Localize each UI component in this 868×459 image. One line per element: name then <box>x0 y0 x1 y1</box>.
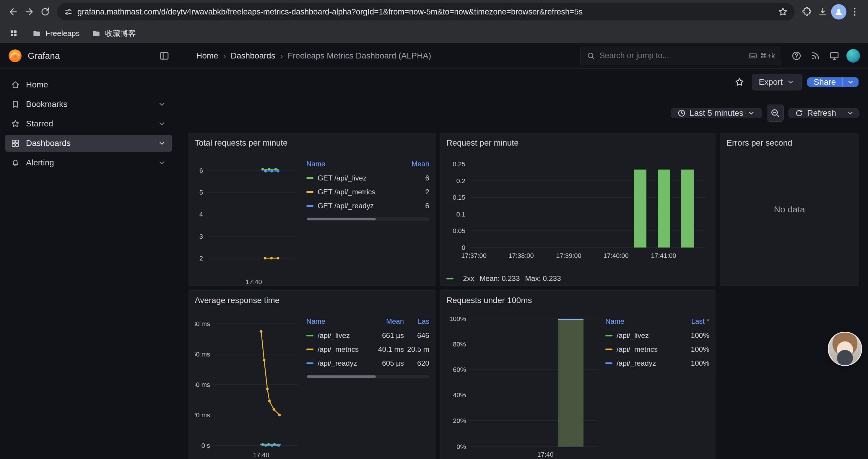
svg-text:60 ms: 60 ms <box>195 351 210 358</box>
breadcrumb-home[interactable]: Home <box>196 51 218 61</box>
legend-row[interactable]: /api/_readyz 605 µs 620 <box>306 356 429 370</box>
refresh-interval-button[interactable] <box>842 108 858 118</box>
favorite-dashboard-button[interactable] <box>733 75 747 89</box>
export-button[interactable]: Export <box>752 74 802 90</box>
total-requests-chart[interactable]: 6 5 4 3 2 17:40 <box>195 150 301 286</box>
legend-scrollbar[interactable] <box>306 375 429 379</box>
grafana-top-nav: Grafana Home › Dashboards › Freeleaps Me… <box>0 43 868 68</box>
sidebar-item-label: Home <box>26 80 48 90</box>
svg-text:17:40:00: 17:40:00 <box>603 252 629 259</box>
apps-button[interactable] <box>7 27 20 40</box>
scrollbar-thumb[interactable] <box>307 218 376 220</box>
svg-text:17:38:00: 17:38:00 <box>508 252 534 259</box>
dashboard-actions-row: Export Share <box>177 74 868 90</box>
sidebar-item-bookmarks[interactable]: Bookmarks <box>5 96 172 113</box>
series-color-green <box>306 335 313 336</box>
sidebar-item-alerting[interactable]: Alerting <box>5 154 172 171</box>
legend-row[interactable]: GET /api/_metrics 2 <box>306 185 429 199</box>
legend-row[interactable]: /api/_metrics 100% <box>606 342 709 356</box>
legend-row[interactable]: /api/_readyz 100% <box>606 356 709 370</box>
legend-col-name[interactable]: Name <box>306 160 403 168</box>
panel-title[interactable]: Request per minute <box>446 138 709 148</box>
news-button[interactable] <box>808 48 823 64</box>
bookmark-folder-freeleaps[interactable]: Freeleaps <box>32 29 80 38</box>
under-100ms-chart[interactable]: 100% 80% 60% 40% 20% 0% 17:40 <box>446 307 600 459</box>
request-per-minute-chart[interactable]: 0.25 0.2 0.15 0.1 0.05 0 17:37:00 17:38:… <box>446 152 710 270</box>
time-range-picker[interactable]: Last 5 minutes <box>671 108 762 118</box>
profile-button[interactable] <box>831 4 847 20</box>
series-name[interactable]: 2xx <box>463 274 474 283</box>
downloads-button[interactable] <box>815 4 831 20</box>
arrow-left-icon <box>8 6 19 17</box>
puzzle-icon <box>802 6 812 17</box>
legend-col-name[interactable]: Name <box>306 317 360 326</box>
share-button[interactable]: Share <box>807 77 842 87</box>
refresh-button[interactable]: Refresh <box>789 108 842 118</box>
site-settings-icon[interactable] <box>64 7 73 16</box>
chevron-down-icon[interactable] <box>157 138 167 148</box>
svg-text:0 s: 0 s <box>202 442 210 449</box>
panel-title[interactable]: Requests under 100ms <box>446 295 709 305</box>
back-button[interactable] <box>5 4 21 20</box>
svg-text:0.2: 0.2 <box>456 177 465 185</box>
browser-menu-button[interactable] <box>847 4 863 20</box>
share-menu-button[interactable] <box>842 77 859 87</box>
chevron-down-icon[interactable] <box>157 119 167 129</box>
svg-text:5: 5 <box>199 189 203 196</box>
chevron-down-icon[interactable] <box>157 100 167 109</box>
legend-col-name[interactable]: Name <box>606 317 674 326</box>
legend-row[interactable]: /api/_livez 661 µs 646 <box>306 328 429 342</box>
user-menu-button[interactable] <box>845 48 861 64</box>
svg-text:0%: 0% <box>457 443 466 451</box>
download-icon <box>817 6 828 17</box>
floating-assistant-avatar[interactable] <box>828 332 862 366</box>
forward-button[interactable] <box>21 4 37 20</box>
address-bar[interactable]: grafana.mathmast.com/d/deytv4rwavabkb/fr… <box>57 3 795 21</box>
legend-col-last[interactable]: Last * <box>674 317 709 326</box>
sidebar-item-label: Starred <box>26 119 53 129</box>
search-box[interactable]: ⌘+k <box>580 47 781 65</box>
sidebar-item-dashboards[interactable]: Dashboards <box>5 135 172 152</box>
panel-average-response-time: Average response time 80 ms 60 ms 40 ms … <box>188 290 435 459</box>
svg-text:100%: 100% <box>450 315 466 323</box>
zoom-out-time-button[interactable] <box>767 104 784 122</box>
svg-text:6: 6 <box>199 167 203 174</box>
search-input[interactable] <box>599 51 748 60</box>
legend-row[interactable]: GET /api/_readyz 6 <box>306 199 429 213</box>
reload-button[interactable] <box>37 4 53 20</box>
arrow-right-icon <box>24 6 35 17</box>
scrollbar-thumb[interactable] <box>307 375 376 378</box>
legend-col-last[interactable]: Las <box>404 317 429 326</box>
bookmark-star-icon[interactable] <box>778 6 788 17</box>
legend-row[interactable]: /api/_metrics 40.1 ms 20.5 m <box>306 342 429 356</box>
svg-text:17:40: 17:40 <box>253 451 269 459</box>
dock-menu-button[interactable] <box>159 51 169 61</box>
help-button[interactable] <box>789 48 804 64</box>
url-text: grafana.mathmast.com/d/deytv4rwavabkb/fr… <box>78 7 778 17</box>
legend-table: Name Last * /api/_livez 100% /api/_metri… <box>606 317 709 459</box>
bookmarks-bar: Freeleaps 收藏博客 <box>0 24 868 43</box>
grafana-brand: Grafana <box>28 51 60 61</box>
panel-title[interactable]: Total requests per minute <box>195 138 429 148</box>
extensions-button[interactable] <box>799 4 815 20</box>
grafana-logo[interactable] <box>8 48 23 63</box>
panel-title[interactable]: Average response time <box>195 295 429 305</box>
legend-col-mean[interactable]: Mean <box>360 317 404 326</box>
breadcrumb-dashboards[interactable]: Dashboards <box>231 51 275 61</box>
legend-col-mean[interactable]: Mean <box>403 160 429 168</box>
legend-scrollbar[interactable] <box>306 218 429 221</box>
sidebar-item-starred[interactable]: Starred <box>5 115 172 132</box>
series-max: Max: 0.233 <box>525 274 561 283</box>
chevron-down-icon[interactable] <box>157 158 167 167</box>
legend-inline: 2xx Mean: 0.233 Max: 0.233 <box>446 274 709 283</box>
legend-table: Name Mean GET /api/_livez 6 GET /api/_me… <box>306 160 429 286</box>
svg-text:80 ms: 80 ms <box>195 320 210 328</box>
legend-header: Name Last * <box>606 317 709 328</box>
legend-row[interactable]: /api/_livez 100% <box>606 328 709 342</box>
legend-row[interactable]: GET /api/_livez 6 <box>306 171 429 185</box>
star-icon <box>734 77 745 88</box>
bookmark-folder-blogs[interactable]: 收藏博客 <box>92 28 136 39</box>
average-response-chart[interactable]: 80 ms 60 ms 40 ms 20 ms 0 s 17:40 <box>195 307 301 459</box>
sidebar-item-home[interactable]: Home <box>5 76 172 93</box>
display-button[interactable] <box>827 48 842 64</box>
